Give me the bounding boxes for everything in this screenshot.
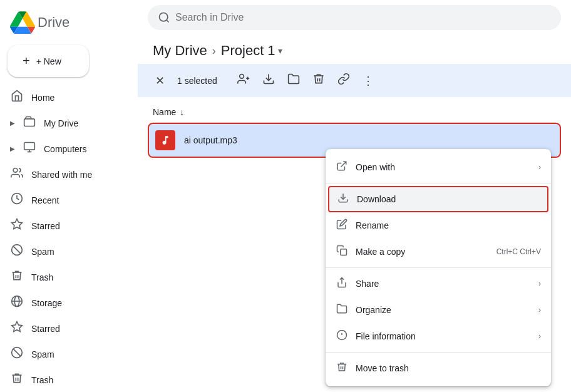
svg-rect-21 — [341, 249, 347, 255]
menu-divider-3 — [326, 352, 551, 353]
context-menu-open-with[interactable]: Open with › — [326, 154, 551, 180]
context-menu-move-to-trash[interactable]: Move to trash — [326, 355, 551, 381]
context-menu-file-info[interactable]: File information › — [326, 323, 551, 349]
organize-arrow-icon: › — [538, 306, 541, 314]
context-menu-download[interactable]: Download — [328, 186, 548, 212]
share-arrow-icon: › — [538, 279, 541, 288]
move-to-trash-label: Move to trash — [356, 363, 541, 373]
make-copy-label: Make a copy — [356, 247, 489, 257]
copy-icon — [336, 245, 348, 259]
move-to-trash-icon — [336, 361, 348, 375]
open-with-label: Open with — [356, 162, 531, 172]
context-menu-rename[interactable]: Rename — [326, 212, 551, 239]
svg-line-19 — [341, 162, 346, 167]
file-info-arrow-icon: › — [538, 332, 541, 341]
context-menu: Open with › Download Rename — [326, 149, 551, 386]
context-menu-overlay: Open with › Download Rename — [0, 0, 571, 392]
organize-label: Organize — [356, 305, 531, 315]
file-info-label: File information — [356, 331, 531, 341]
file-info-icon — [336, 329, 348, 343]
download-label: Download — [357, 194, 540, 204]
share-label: Share — [356, 279, 531, 289]
share-icon — [336, 277, 348, 291]
context-menu-share[interactable]: Share › — [326, 271, 551, 297]
organize-icon — [336, 303, 348, 317]
rename-icon — [336, 219, 348, 232]
open-with-icon — [336, 160, 348, 174]
context-menu-make-copy[interactable]: Make a copy Ctrl+C Ctrl+V — [326, 239, 551, 265]
main-content: My Drive › Project 1 ▾ ✕ 1 selected — [138, 0, 571, 392]
context-menu-organize[interactable]: Organize › — [326, 297, 551, 323]
open-with-arrow-icon: › — [538, 163, 541, 172]
menu-divider-2 — [326, 267, 551, 268]
menu-divider-1 — [326, 183, 551, 183]
download-icon — [337, 192, 349, 206]
rename-label: Rename — [356, 220, 541, 230]
make-copy-shortcut: Ctrl+C Ctrl+V — [496, 247, 541, 256]
